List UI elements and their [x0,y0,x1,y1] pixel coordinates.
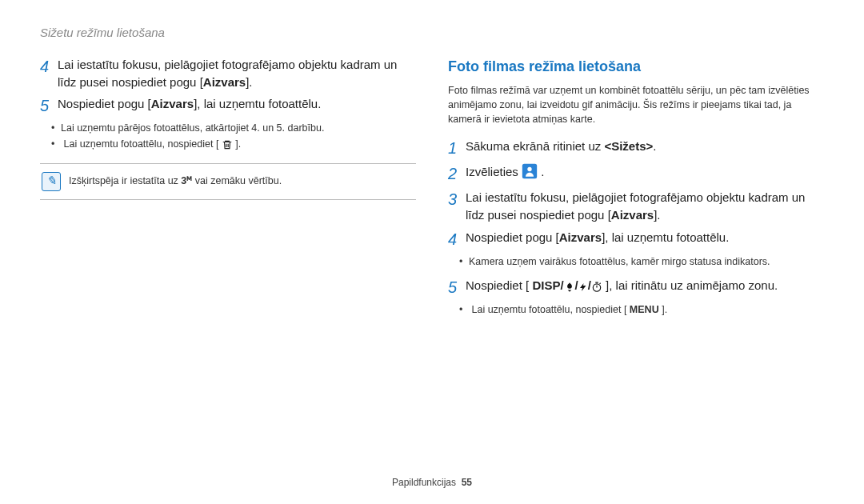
two-column-layout: 4 Lai iestatītu fokusu, pielāgojiet foto… [40,56,824,325]
step-4: 4 Lai iestatītu fokusu, pielāgojiet foto… [40,56,416,91]
step-text: Lai iestatītu fokusu, pielāgojiet fotogr… [58,56,416,91]
step-text: Lai iestatītu fokusu, pielāgojiet fotogr… [466,189,824,224]
step-number: 5 [448,277,466,298]
person-mode-icon [522,163,538,179]
step-number: 4 [448,229,466,250]
note-icon: ✎ [42,172,61,191]
footer-label: Papildfunkcijas [392,477,456,488]
step-text: Nospiediet pogu [Aizvars], lai uzņemtu f… [466,229,824,246]
disp-macro-flash-timer-icons: DISP/// [532,278,606,292]
manual-page: Sižetu režīmu lietošana 4 Lai iestatītu … [0,0,864,504]
step-3: 3 Lai iestatītu fokusu, pielāgojiet foto… [448,189,824,224]
step-number: 1 [448,138,466,158]
trash-icon [222,139,233,150]
svg-point-1 [527,167,531,171]
note-box: ✎ Izšķirtspēja ir iestatīta uz 3ᴹ vai ze… [40,163,416,200]
note-text: Izšķirtspēja ir iestatīta uz 3ᴹ vai zemā… [69,174,282,188]
step-5: 5 Nospiediet [ DISP/// ], lai ritinātu u… [448,277,824,298]
step-text: Izvēlieties . [466,163,824,181]
step-5-subitems: Lai uzņemtu pārējos fotoattēlus, atkārto… [40,121,416,151]
page-number: 55 [462,477,472,488]
menu-label: MENU [630,304,659,315]
sub-item: Lai uzņemtu fotoattēlu, nospiediet [ MEN… [469,302,824,317]
step-number: 3 [448,189,466,210]
step-text: Sākuma ekrānā ritiniet uz <Sižets>. [466,138,824,155]
section-heading: Foto filmas režīma lietošana [448,56,824,77]
right-column: Foto filmas režīma lietošana Foto filmas… [448,56,824,325]
step-4-subitems: Kamera uzņem vairākus fotoattēlus, kamēr… [448,254,824,269]
page-footer: Papildfunkcijas 55 [0,476,864,490]
sub-item: Lai uzņemtu pārējos fotoattēlus, atkārto… [61,121,416,135]
macro-icon [564,282,575,293]
step-number: 4 [40,56,58,77]
step-5-subitems: Lai uzņemtu fotoattēlu, nospiediet [ MEN… [448,302,824,317]
resolution-glyph: 3ᴹ [181,175,192,186]
disp-label: DISP [532,278,560,292]
sub-item: Kamera uzņem vairākus fotoattēlus, kamēr… [469,254,824,269]
section-intro: Foto filmas režīmā var uzņemt un kombinē… [448,83,824,126]
step-5: 5 Nospiediet pogu [Aizvars], lai uzņemtu… [40,95,416,116]
step-2: 2 Izvēlieties . [448,163,824,184]
chapter-title: Sižetu režīmu lietošana [40,24,824,42]
flash-icon [578,282,588,293]
step-text: Nospiediet [ DISP/// ], lai ritinātu uz … [466,277,824,294]
step-number: 5 [40,95,58,116]
step-1: 1 Sākuma ekrānā ritiniet uz <Sižets>. [448,138,824,158]
step-4: 4 Nospiediet pogu [Aizvars], lai uzņemtu… [448,229,824,250]
sub-item: Lai uzņemtu fotoattēlu, nospiediet [ ]. [61,137,416,151]
step-text: Nospiediet pogu [Aizvars], lai uzņemtu f… [58,95,416,113]
timer-icon [591,282,602,293]
step-number: 2 [448,163,466,184]
left-column: 4 Lai iestatītu fokusu, pielāgojiet foto… [40,56,416,325]
